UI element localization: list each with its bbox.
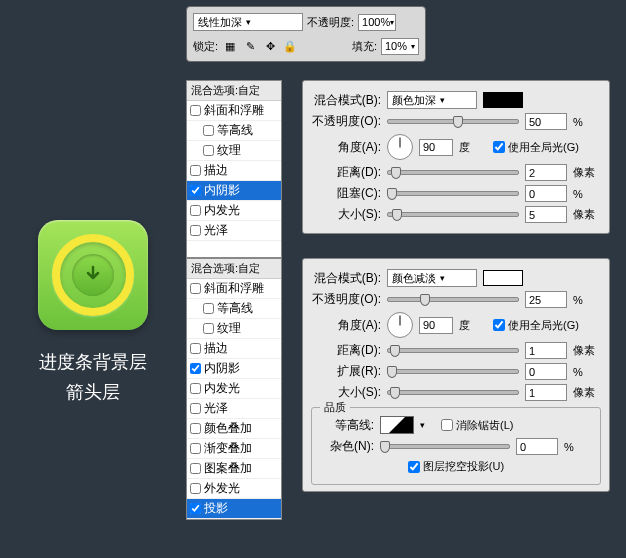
style-checkbox[interactable] — [190, 503, 201, 514]
style-item-等高线[interactable]: 等高线 — [187, 121, 281, 141]
noise-input[interactable]: 0 — [516, 438, 558, 455]
spread-input[interactable]: 0 — [525, 363, 567, 380]
color-swatch[interactable] — [483, 92, 523, 108]
style-item-内发光[interactable]: 内发光 — [187, 379, 281, 399]
style-label: 纹理 — [217, 320, 241, 337]
opacity-value: 100% — [362, 16, 390, 28]
contour-label: 等高线: — [320, 417, 374, 434]
contour-picker[interactable] — [380, 416, 414, 434]
style-item-内阴影[interactable]: 内阴影 — [187, 359, 281, 379]
style-label: 渐变叠加 — [204, 440, 252, 457]
blend-mode-select[interactable]: 颜色加深 ▾ — [387, 91, 477, 109]
style-checkbox[interactable] — [190, 205, 201, 216]
unit-px: 像素 — [573, 385, 601, 400]
opacity-input[interactable]: 25 — [525, 291, 567, 308]
size-label: 大小(S): — [311, 384, 381, 401]
angle-dial[interactable] — [387, 312, 413, 338]
style-checkbox[interactable] — [190, 463, 201, 474]
style-checkbox[interactable] — [190, 443, 201, 454]
antialias-checkbox[interactable]: 消除锯齿(L) — [441, 418, 513, 433]
style-checkbox[interactable] — [190, 105, 201, 116]
style-checkbox[interactable] — [190, 403, 201, 414]
angle-input[interactable]: 90 — [419, 317, 453, 334]
style-checkbox[interactable] — [190, 343, 201, 354]
chevron-down-icon[interactable]: ▾ — [420, 420, 425, 430]
style-item-斜面和浮雕[interactable]: 斜面和浮雕 — [187, 279, 281, 299]
style-checkbox[interactable] — [203, 145, 214, 156]
opacity-input[interactable]: 100% ▾ — [358, 14, 396, 31]
style-item-外发光[interactable]: 外发光 — [187, 479, 281, 499]
layer-knockout-checkbox[interactable]: 图层挖空投影(U) — [408, 459, 504, 474]
fill-input[interactable]: 10% ▾ — [381, 38, 419, 55]
style-item-投影[interactable]: 投影 — [187, 499, 281, 519]
chevron-down-icon: ▾ — [411, 42, 415, 51]
style-checkbox[interactable] — [190, 383, 201, 394]
style-checkbox[interactable] — [190, 423, 201, 434]
style-label: 纹理 — [217, 142, 241, 159]
style-item-图案叠加[interactable]: 图案叠加 — [187, 459, 281, 479]
choke-input[interactable]: 0 — [525, 185, 567, 202]
opacity-slider[interactable] — [387, 115, 519, 129]
list-header[interactable]: 混合选项:自定 — [187, 259, 281, 279]
angle-dial[interactable] — [387, 134, 413, 160]
size-input[interactable]: 5 — [525, 206, 567, 223]
style-label: 投影 — [204, 500, 228, 517]
distance-input[interactable]: 1 — [525, 342, 567, 359]
style-label: 光泽 — [204, 400, 228, 417]
distance-slider[interactable] — [387, 166, 519, 180]
style-label: 斜面和浮雕 — [204, 102, 264, 119]
spread-slider[interactable] — [387, 365, 519, 379]
style-label: 光泽 — [204, 222, 228, 239]
size-slider[interactable] — [387, 208, 519, 222]
style-checkbox[interactable] — [190, 283, 201, 294]
style-checkbox[interactable] — [190, 483, 201, 494]
lock-all-icon[interactable]: 🔒 — [282, 38, 298, 54]
noise-label: 杂色(N): — [320, 438, 374, 455]
size-slider[interactable] — [387, 386, 519, 400]
style-item-渐变叠加[interactable]: 渐变叠加 — [187, 439, 281, 459]
noise-slider[interactable] — [380, 440, 510, 454]
style-checkbox[interactable] — [190, 363, 201, 374]
fill-value: 10% — [385, 40, 407, 52]
lock-position-icon[interactable]: ✥ — [262, 38, 278, 54]
style-label: 颜色叠加 — [204, 420, 252, 437]
style-checkbox[interactable] — [190, 185, 201, 196]
color-swatch[interactable] — [483, 270, 523, 286]
distance-slider[interactable] — [387, 344, 519, 358]
style-item-描边[interactable]: 描边 — [187, 161, 281, 181]
opacity-slider[interactable] — [387, 293, 519, 307]
style-item-颜色叠加[interactable]: 颜色叠加 — [187, 419, 281, 439]
style-item-光泽[interactable]: 光泽 — [187, 399, 281, 419]
style-item-内阴影[interactable]: 内阴影 — [187, 181, 281, 201]
style-label: 图案叠加 — [204, 460, 252, 477]
use-global-light-checkbox[interactable]: 使用全局光(G) — [493, 318, 579, 333]
distance-input[interactable]: 2 — [525, 164, 567, 181]
style-checkbox[interactable] — [203, 323, 214, 334]
blend-mode-select[interactable]: 线性加深 ▾ — [193, 13, 303, 31]
style-checkbox[interactable] — [190, 225, 201, 236]
choke-slider[interactable] — [387, 187, 519, 201]
use-global-light-checkbox[interactable]: 使用全局光(G) — [493, 140, 579, 155]
style-item-等高线[interactable]: 等高线 — [187, 299, 281, 319]
style-item-描边[interactable]: 描边 — [187, 339, 281, 359]
style-checkbox[interactable] — [190, 165, 201, 176]
style-label: 等高线 — [217, 300, 253, 317]
style-item-纹理[interactable]: 纹理 — [187, 319, 281, 339]
style-item-光泽[interactable]: 光泽 — [187, 221, 281, 241]
angle-input[interactable]: 90 — [419, 139, 453, 156]
size-label: 大小(S): — [311, 206, 381, 223]
list-header[interactable]: 混合选项:自定 — [187, 81, 281, 101]
blend-mode-select[interactable]: 颜色减淡 ▾ — [387, 269, 477, 287]
style-label: 内阴影 — [204, 360, 240, 377]
blend-mode-label: 混合模式(B): — [311, 92, 381, 109]
lock-image-icon[interactable]: ✎ — [242, 38, 258, 54]
size-input[interactable]: 1 — [525, 384, 567, 401]
style-item-斜面和浮雕[interactable]: 斜面和浮雕 — [187, 101, 281, 121]
style-item-内发光[interactable]: 内发光 — [187, 201, 281, 221]
style-item-纹理[interactable]: 纹理 — [187, 141, 281, 161]
lock-transparent-icon[interactable]: ▦ — [222, 38, 238, 54]
opacity-input[interactable]: 50 — [525, 113, 567, 130]
style-checkbox[interactable] — [203, 303, 214, 314]
style-checkbox[interactable] — [203, 125, 214, 136]
style-label: 斜面和浮雕 — [204, 280, 264, 297]
